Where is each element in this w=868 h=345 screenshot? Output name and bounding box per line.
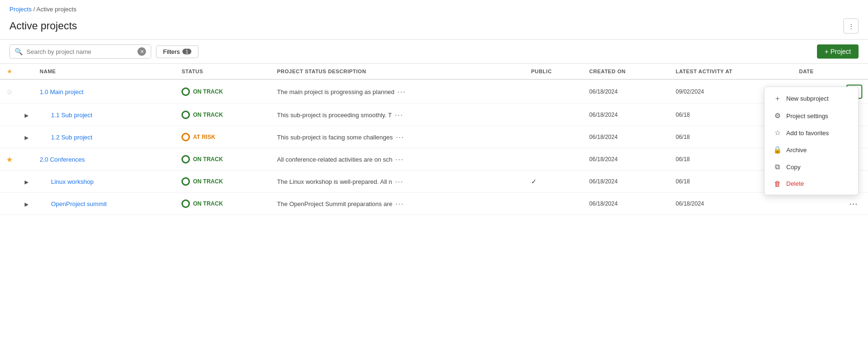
expand-cell — [19, 148, 34, 171]
search-input[interactable] — [26, 48, 134, 55]
expand-cell[interactable]: ▶ — [19, 193, 34, 215]
status-dot-on-track — [181, 111, 190, 119]
public-cell — [525, 126, 584, 148]
expand-icon[interactable]: ▶ — [25, 135, 28, 140]
description-more-button[interactable]: ··· — [395, 177, 404, 186]
description-cell: The main project is progressing as plann… — [271, 79, 525, 104]
expand-cell[interactable]: ▶ — [19, 104, 34, 126]
description-cell: All conference-related activities are on… — [271, 148, 525, 171]
project-name-cell: Linux workshop — [34, 171, 176, 193]
star-cell[interactable]: ☆ — [0, 79, 19, 104]
context-menu-add-favorites[interactable]: ☆ Add to favorites — [765, 124, 858, 141]
expand-cell[interactable]: ▶ — [19, 171, 34, 193]
project-link[interactable]: 1.1 Sub project — [51, 112, 92, 119]
status-dot-on-track — [181, 199, 190, 208]
row-kebab-button[interactable]: ⋯ — [846, 198, 860, 210]
description-cell: The OpenProject Summit preparations are … — [271, 193, 525, 215]
description-more-button[interactable]: ··· — [395, 199, 404, 208]
description-more-button[interactable]: ··· — [395, 111, 403, 119]
project-name-cell: 1.0 Main project — [34, 79, 176, 104]
lock-icon: 🔒 — [773, 146, 782, 154]
context-menu-copy[interactable]: ⧉ Copy — [765, 158, 858, 175]
filter-badge: 1 — [182, 49, 191, 54]
status-label: ON TRACK — [193, 178, 223, 185]
filter-label: Filters — [163, 48, 180, 55]
table-row: ★ 2.0 Conferences ON TRACK All conferenc… — [0, 148, 868, 171]
status-label: ON TRACK — [193, 200, 223, 207]
action-cell: ⋯ — [841, 193, 868, 215]
trash-icon: 🗑 — [773, 180, 782, 188]
status-dot-on-track — [181, 87, 190, 96]
status-cell: ON TRACK — [176, 193, 271, 215]
star-cell — [0, 193, 19, 215]
project-link[interactable]: 1.2 Sub project — [51, 134, 92, 141]
status-label: AT RISK — [193, 134, 215, 140]
star-icon-filled[interactable]: ★ — [6, 155, 13, 164]
description-text: This sub-project is proceeding smoothly.… — [277, 112, 392, 119]
created-on-cell: 06/18/2024 — [584, 126, 670, 148]
project-link[interactable]: 1.0 Main project — [40, 88, 84, 95]
context-menu-item-label: Add to favorites — [786, 129, 829, 137]
expand-icon[interactable]: ▶ — [25, 179, 28, 185]
filter-button[interactable]: Filters 1 — [156, 45, 198, 58]
description-cell: This sub-project is facing some challeng… — [271, 126, 525, 148]
context-menu-item-label: Archive — [786, 147, 807, 154]
status-label: ON TRACK — [193, 156, 223, 163]
star-icon-empty[interactable]: ☆ — [6, 88, 13, 96]
public-cell — [525, 104, 584, 126]
description-text: The Linux workshop is well-prepared. All… — [277, 178, 392, 185]
expand-icon[interactable]: ▶ — [25, 201, 28, 207]
context-menu-new-subproject[interactable]: ＋ New subproject — [765, 90, 858, 107]
star-cell[interactable]: ★ — [0, 148, 19, 171]
header-kebab-button[interactable]: ⋮ — [843, 18, 859, 34]
status-label: ON TRACK — [193, 112, 223, 118]
description-more-button[interactable]: ··· — [395, 133, 404, 141]
status-cell: ON TRACK — [176, 79, 271, 104]
public-cell — [525, 79, 584, 104]
context-menu: ＋ New subproject ⚙ Project settings ☆ Ad… — [764, 86, 859, 195]
col-header-star: ★ — [0, 64, 19, 79]
col-header-date: DATE — [793, 64, 841, 79]
project-link[interactable]: OpenProject summit — [51, 200, 107, 207]
status-cell: ON TRACK — [176, 148, 271, 171]
context-menu-item-label: New subproject — [786, 95, 829, 102]
project-link[interactable]: 2.0 Conferences — [40, 156, 85, 163]
description-cell: The Linux workshop is well-prepared. All… — [271, 171, 525, 193]
table-row: ▶ 1.2 Sub project AT RISK This sub-proje… — [0, 126, 868, 148]
projects-table: ★ NAME STATUS PROJECT STATUS DESCRIPTION… — [0, 64, 868, 215]
page-title: Active projects — [9, 20, 77, 32]
latest-activity-cell: 06/18/2024 — [670, 193, 793, 215]
description-text: The main project is progressing as plann… — [277, 88, 395, 95]
description-more-button[interactable]: ··· — [397, 87, 406, 96]
expand-cell[interactable]: ▶ — [19, 126, 34, 148]
public-cell: ✓ — [525, 171, 584, 193]
search-clear-button[interactable]: ✕ — [138, 47, 146, 56]
col-header-activity: LATEST ACTIVITY AT — [670, 64, 793, 79]
project-link[interactable]: Linux workshop — [51, 178, 94, 185]
table-row: ▶ OpenProject summit ON TRACK The OpenPr… — [0, 193, 868, 215]
created-on-cell: 06/18/2024 — [584, 193, 670, 215]
add-project-button[interactable]: + Project — [817, 44, 859, 59]
table-row: ▶ 1.1 Sub project ON TRACK This sub-proj… — [0, 104, 868, 126]
table-row: ☆ 1.0 Main project ON TRACK The main pro… — [0, 79, 868, 104]
table-row: ▶ Linux workshop ON TRACK The Linux work… — [0, 171, 868, 193]
description-more-button[interactable]: ··· — [395, 155, 404, 164]
breadcrumb-parent[interactable]: Projects — [9, 6, 32, 13]
description-cell: This sub-project is proceeding smoothly.… — [271, 104, 525, 126]
description-text: The OpenProject Summit preparations are — [277, 200, 392, 207]
public-cell — [525, 148, 584, 171]
gear-icon: ⚙ — [773, 112, 782, 120]
context-menu-archive[interactable]: 🔒 Archive — [765, 141, 858, 158]
copy-icon: ⧉ — [773, 163, 782, 171]
created-on-cell: 06/18/2024 — [584, 148, 670, 171]
context-menu-delete[interactable]: 🗑 Delete — [765, 175, 858, 192]
status-dot-on-track — [181, 177, 190, 186]
expand-icon[interactable]: ▶ — [25, 112, 28, 118]
col-header-expand — [19, 64, 34, 79]
projects-table-container: ★ NAME STATUS PROJECT STATUS DESCRIPTION… — [0, 64, 868, 215]
toolbar: 🔍 ✕ Filters 1 + Project — [0, 39, 868, 64]
col-header-public: PUBLIC — [525, 64, 584, 79]
star-cell — [0, 126, 19, 148]
context-menu-project-settings[interactable]: ⚙ Project settings — [765, 107, 858, 124]
star-icon: ☆ — [773, 129, 782, 137]
